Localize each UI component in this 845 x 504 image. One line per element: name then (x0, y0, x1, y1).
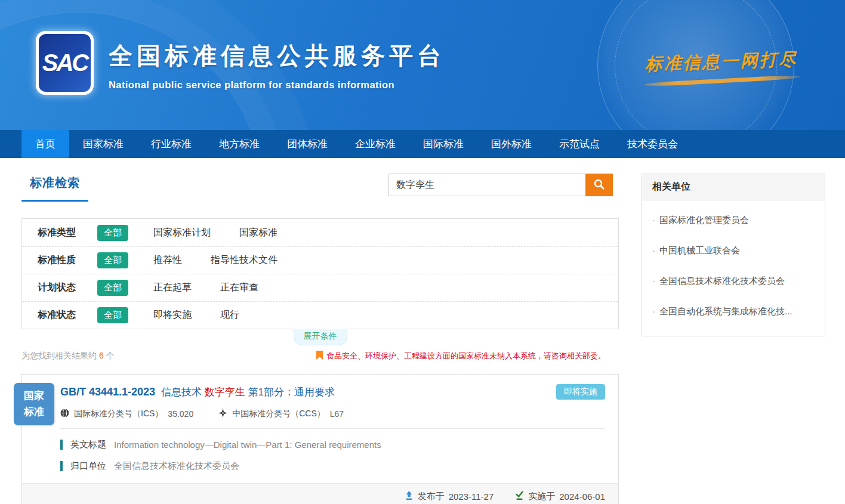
filter-label: 标准状态 (38, 309, 97, 321)
filter-row-plan-status: 计划状态 全部 正在起草 正在审查 (22, 274, 618, 301)
filter-all-button[interactable]: 全部 (97, 280, 128, 296)
status-badge: 即将实施 (556, 384, 605, 400)
related-unit-link[interactable]: ·中国机械工业联合会 (652, 236, 815, 266)
filter-option[interactable]: 即将实施 (153, 309, 192, 321)
search-input[interactable] (388, 174, 585, 196)
system-notice: 食品安全、环境保护、工程建设方面的国家标准未纳入本系统，请咨询相关部委。 (316, 351, 619, 361)
nav-item-national-standards[interactable]: 国家标准 (69, 130, 137, 158)
filter-option[interactable]: 正在起草 (153, 282, 192, 294)
bookmark-icon (316, 351, 326, 361)
implement-date: 实施于 2024-06-01 (515, 491, 605, 502)
filter-all-button[interactable]: 全部 (97, 307, 128, 323)
standard-title-link[interactable]: 信息技术 数字孪生 第1部分：通用要求 (161, 385, 335, 399)
implement-check-icon (515, 491, 524, 502)
filter-panel: 标准类型 全部 国家标准计划 国家标准 标准性质 全部 推荐性 指导性技术文件 … (21, 218, 619, 329)
related-unit-link[interactable]: ·国家标准化管理委员会 (652, 205, 815, 236)
nav-item-enterprise-standards[interactable]: 企业标准 (341, 130, 409, 158)
nav-item-international-standards[interactable]: 国际标准 (409, 130, 477, 158)
nav-item-industry-standards[interactable]: 行业标准 (137, 130, 205, 158)
result-card: 国家标准 GB/T 43441.1-2023 信息技术 数字孪生 第1部分：通用… (21, 374, 619, 504)
standard-code-link[interactable]: GB/T 43441.1-2023 (60, 386, 155, 398)
nav-item-group-standards[interactable]: 团体标准 (273, 130, 341, 158)
ccs-label: 中国标准分类号（CCS） (232, 409, 325, 419)
ics-value: 35.020 (168, 409, 193, 419)
ics-label: 国际标准分类号（ICS） (74, 409, 163, 419)
nav-item-home[interactable]: 首页 (21, 130, 69, 158)
filter-row-standard-type: 标准类型 全部 国家标准计划 国家标准 (22, 219, 618, 246)
nav-item-pilot[interactable]: 示范试点 (545, 130, 613, 158)
filter-label: 标准性质 (38, 254, 97, 267)
ccs-value: L67 (330, 409, 344, 419)
site-subtitle: National public service platform for sta… (109, 79, 445, 91)
dept-value: 全国信息技术标准化技术委员会 (114, 460, 239, 472)
nav-item-local-standards[interactable]: 地方标准 (205, 130, 273, 158)
english-title-label: 英文标题 (70, 439, 106, 450)
result-count-number: 6 (99, 351, 104, 360)
filter-label: 计划状态 (38, 282, 97, 294)
filter-all-button[interactable]: 全部 (97, 252, 128, 268)
header-slogan: 标准信息一网打尽 (628, 47, 815, 86)
page-title: 标准检索 (21, 174, 88, 202)
related-unit-link[interactable]: ·全国自动化系统与集成标准化技... (652, 296, 815, 327)
standard-type-badge: 国家标准 (14, 383, 54, 425)
search-icon (593, 178, 605, 192)
globe-icon (60, 409, 74, 419)
related-unit-link[interactable]: ·全国信息技术标准化技术委员会 (652, 266, 815, 296)
filter-option[interactable]: 正在审查 (220, 282, 258, 294)
site-title: 全国标准信息公共服务平台 (109, 39, 445, 72)
nav-item-foreign-standards[interactable]: 国外标准 (477, 130, 545, 158)
filter-row-standard-status: 标准状态 全部 即将实施 现行 (22, 301, 618, 329)
english-title-value: Information technology—Digital twin—Part… (114, 440, 381, 450)
filter-row-standard-nature: 标准性质 全部 推荐性 指导性技术文件 (22, 246, 618, 274)
filter-option[interactable]: 推荐性 (153, 254, 182, 267)
dept-label: 归口单位 (70, 460, 106, 472)
row-accent-bar (60, 461, 63, 471)
filter-option[interactable]: 现行 (220, 309, 239, 321)
result-count: 为您找到相关结果约6个 (21, 351, 115, 361)
publish-icon (405, 491, 414, 502)
publish-date-value: 2023-11-27 (449, 491, 494, 502)
filter-option[interactable]: 指导性技术文件 (211, 254, 277, 267)
row-accent-bar (60, 440, 63, 450)
implement-date-value: 2024-06-01 (559, 491, 605, 502)
search-term-highlight: 数字孪生 (205, 386, 245, 398)
expand-conditions-button[interactable]: 展开条件 (294, 329, 347, 345)
filter-option[interactable]: 国家标准 (239, 227, 277, 239)
nav-item-technical-committee[interactable]: 技术委员会 (613, 130, 692, 158)
compass-icon (218, 409, 232, 419)
related-units-panel: 相关单位 ·国家标准化管理委员会 ·中国机械工业联合会 ·全国信息技术标准化技术… (642, 174, 825, 336)
filter-all-button[interactable]: 全部 (97, 225, 128, 241)
site-header: SAC 全国标准信息公共服务平台 National public service… (0, 0, 845, 130)
sac-logo-text: SAC (42, 50, 87, 76)
main-nav: 首页 国家标准 行业标准 地方标准 团体标准 企业标准 国际标准 国外标准 示范… (0, 130, 845, 158)
related-units-title: 相关单位 (642, 174, 825, 200)
filter-option[interactable]: 国家标准计划 (153, 227, 211, 239)
publish-date: 发布于 2023-11-27 (405, 491, 494, 502)
filter-label: 标准类型 (38, 227, 97, 239)
sac-logo: SAC (36, 31, 94, 95)
search-button[interactable] (585, 174, 613, 196)
